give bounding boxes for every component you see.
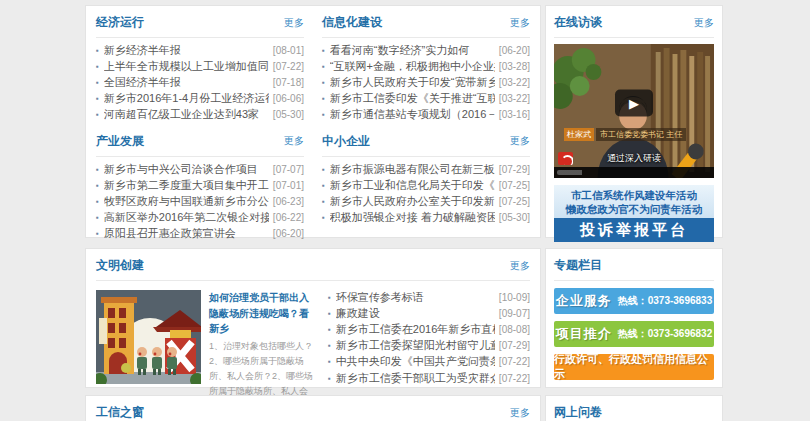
interview-video[interactable]: ▶ 杜家武 市工信委党委书记 主任 通过深入研读	[554, 44, 714, 178]
news-item-title[interactable]: 环保宣传参考标语	[336, 290, 495, 305]
news-item-title[interactable]: 新乡市通信基站专项规划（2016－2020）通过专家评	[330, 107, 495, 122]
news-item-title[interactable]: 新乡市人民政府关于印发“宽带新乡”行动计划	[330, 75, 495, 90]
news-item[interactable]: 新乡市人民政府办公室关于印发新乡市小额贷款公司风 [07-25]	[322, 193, 530, 209]
video-ticker-bar	[554, 167, 714, 178]
section-header-survey: 网上问卷	[554, 396, 714, 421]
more-link-civilization[interactable]: 更多	[510, 259, 530, 273]
news-item[interactable]: 新乡市2016年1-4月份工业经济运行情况 [06-06]	[96, 91, 304, 107]
news-item[interactable]: 全国经济半年报 [07-18]	[96, 74, 304, 90]
news-item-title[interactable]: 新乡市工信委在2016年新乡市直机关游泳比赛中获得好	[336, 322, 495, 337]
civilization-content: 如何治理党员干部出入隐蔽场所违规吃喝？看新乡 1、治理对象包括哪些人？2、哪些场…	[96, 281, 530, 401]
news-item-title[interactable]: 原阳县召开惠企政策宣讲会	[104, 226, 269, 241]
news-item[interactable]: 环保宣传参考标语 [10-09]	[328, 289, 530, 305]
news-item-date: [07-01]	[273, 180, 304, 191]
news-item-title[interactable]: 新乡市工信委印发《关于推进“互联网+制造业”的实	[330, 91, 495, 106]
news-item[interactable]: 新乡市工业和信息化局关于印发《2014年担保公司、小 [07-25]	[322, 177, 530, 193]
news-item[interactable]: 新乡市通信基站专项规划（2016－2020）通过专家评 [03-16]	[322, 107, 530, 123]
more-link-sme[interactable]: 更多	[510, 134, 530, 148]
more-link-economy[interactable]: 更多	[284, 16, 304, 30]
news-item-title[interactable]: 新乡市工信委探望阳光村留守儿童和孤儿	[336, 338, 495, 353]
news-item-title[interactable]: 全国经济半年报	[104, 75, 269, 90]
video-subtitle: 通过深入研读	[554, 152, 714, 165]
news-item-title[interactable]: 牧野区政府与中国联通新乡市分公司达成战略合作共识	[104, 194, 269, 209]
news-list-sme: 新乡市振源电器有限公司在新三板成功挂牌 [07-29] 新乡市工业和信息化局关于…	[322, 161, 530, 226]
banner-credit-disclosure[interactable]: 行政许可、行政处罚信用信息公示	[554, 354, 714, 380]
news-item-date: [06-06]	[273, 93, 304, 104]
news-item[interactable]: 廉政建设 [09-07]	[328, 305, 530, 321]
news-item-title[interactable]: 新乡市2016年1-4月份工业经济运行情况	[104, 91, 269, 106]
civilization-cartoon-thumbnail[interactable]	[96, 290, 201, 384]
news-item[interactable]: 河南超百亿级工业企业达到43家 [05-30]	[96, 107, 304, 123]
news-item-date: [07-25]	[499, 196, 530, 207]
more-link-informatization[interactable]: 更多	[510, 16, 530, 30]
topics-panel: 专题栏目 企业服务 热线：0373-3696833 项目推介 热线：0373-3…	[545, 248, 723, 388]
news-item-title[interactable]: 新乡经济半年报	[104, 43, 269, 58]
top-news-panel: 经济运行 更多 新乡经济半年报 [08-01] 上半年全市规模以上工业增加值同比…	[85, 5, 541, 238]
news-item-title[interactable]: 中共中央印发《中国共产党问责条例》	[336, 354, 495, 369]
news-item-date: [09-07]	[499, 308, 530, 319]
news-item[interactable]: 新乡市工信委印发《关于推进“互联网+制造业”的实 [03-22]	[322, 91, 530, 107]
news-item-date: [05-30]	[273, 109, 304, 120]
banner-credit-disclosure-label: 行政许可、行政处罚信用信息公示	[554, 352, 714, 382]
news-item-date: [08-08]	[499, 324, 530, 335]
news-item[interactable]: 新乡经济半年报 [08-01]	[96, 42, 304, 58]
section-title-survey: 网上问卷	[554, 404, 602, 421]
news-item[interactable]: 新乡市振源电器有限公司在新三板成功挂牌 [07-29]	[322, 161, 530, 177]
news-item-date: [07-29]	[499, 340, 530, 351]
banner-project-promotion-hotline: 热线：0373-3696832	[618, 327, 713, 341]
news-item[interactable]: 新乡市工信委干部职工为受灾群众捐款 [07-22]	[328, 370, 530, 386]
interview-panel: 在线访谈 更多 ▶	[545, 5, 723, 238]
industry-window-panel: 工信之窗 更多	[85, 395, 541, 421]
banner-enterprise-service[interactable]: 企业服务 热线：0373-3696833	[554, 288, 714, 314]
complaint-banner[interactable]: 市工信系统作风建设年活动 懒政怠政为官不为问责年活动 投诉举报平台	[554, 185, 714, 242]
news-item[interactable]: 看看河南“数字经济”实力如何 [06-20]	[322, 42, 530, 58]
section-header-industry: 产业发展 更多	[96, 125, 304, 157]
more-link-interview[interactable]: 更多	[694, 16, 714, 30]
news-item-title[interactable]: 新乡市人民政府办公室关于印发新乡市小额贷款公司风	[330, 194, 495, 209]
news-item-title[interactable]: 河南超百亿级工业企业达到43家	[104, 107, 269, 122]
section-title-economy: 经济运行	[96, 14, 144, 31]
news-item-title[interactable]: 新乡市工信委干部职工为受灾群众捐款	[336, 371, 495, 386]
news-item-date: [07-22]	[273, 61, 304, 72]
news-item-date: [06-22]	[273, 212, 304, 223]
featured-article-excerpt: 1、治理对象包括哪些人？2、哪些场所属于隐蔽场所、私人会所？2、哪些场所属于隐蔽…	[209, 339, 314, 401]
news-item-title[interactable]: 看看河南“数字经济”实力如何	[330, 43, 495, 58]
news-item[interactable]: “互联网+金融，积极拥抱中小企业共赢2016新契 [03-28]	[322, 58, 530, 74]
section-header-economy: 经济运行 更多	[96, 6, 304, 38]
play-button[interactable]: ▶	[615, 89, 653, 116]
featured-article-text: 如何治理党员干部出入隐蔽场所违规吃喝？看新乡 1、治理对象包括哪些人？2、哪些场…	[209, 290, 314, 401]
news-item-title[interactable]: 上半年全市规模以上工业增加值同比增长8.3%	[104, 59, 269, 74]
survey-panel: 网上问卷	[545, 395, 723, 421]
more-link-industry[interactable]: 更多	[284, 134, 304, 148]
more-link-window[interactable]: 更多	[510, 406, 530, 420]
banner-project-promotion[interactable]: 项目推介 热线：0373-3696832	[554, 321, 714, 347]
news-item[interactable]: 新乡市第二季度重大项目集中开工 [07-01]	[96, 177, 304, 193]
news-item[interactable]: 牧野区政府与中国联通新乡市分公司达成战略合作共识 [06-23]	[96, 193, 304, 209]
news-item[interactable]: 积极加强银企对接 着力破解融资困难 [05-30]	[322, 210, 530, 226]
news-item-title[interactable]: “互联网+金融，积极拥抱中小企业共赢2016新契	[330, 59, 495, 74]
news-item[interactable]: 新乡市工信委探望阳光村留守儿童和孤儿 [07-29]	[328, 338, 530, 354]
news-item-title[interactable]: 新乡市第二季度重大项目集中开工	[104, 178, 269, 193]
news-item-date: [07-18]	[273, 77, 304, 88]
news-item[interactable]: 新乡市人民政府关于印发“宽带新乡”行动计划 [03-22]	[322, 74, 530, 90]
news-item[interactable]: 新乡市工信委在2016年新乡市直机关游泳比赛中获得好 [08-08]	[328, 321, 530, 337]
news-item-title[interactable]: 积极加强银企对接 着力破解融资困难	[330, 210, 495, 225]
news-item[interactable]: 中共中央印发《中国共产党问责条例》 [07-22]	[328, 354, 530, 370]
news-item-date: [10-09]	[499, 292, 530, 303]
news-item-title[interactable]: 新乡市振源电器有限公司在新三板成功挂牌	[330, 162, 495, 177]
news-item[interactable]: 上半年全市规模以上工业增加值同比增长8.3% [07-22]	[96, 58, 304, 74]
news-item-title[interactable]: 高新区举办2016年第二次银企对接暨新三板培训会	[104, 210, 269, 225]
section-header-civilization: 文明创建 更多	[96, 249, 530, 281]
news-item-title[interactable]: 新乡市与中兴公司洽谈合作项目	[104, 162, 269, 177]
banner-project-promotion-label: 项目推介	[556, 325, 612, 343]
complaint-platform-button[interactable]: 投诉举报平台	[554, 218, 714, 242]
news-item[interactable]: 原阳县召开惠企政策宣讲会 [06-20]	[96, 226, 304, 242]
news-item-title[interactable]: 廉政建设	[336, 306, 495, 321]
section-header-informatization: 信息化建设 更多	[322, 6, 530, 38]
news-item[interactable]: 新乡市与中兴公司洽谈合作项目 [07-07]	[96, 161, 304, 177]
featured-article-title[interactable]: 如何治理党员干部出入隐蔽场所违规吃喝？看新乡	[209, 290, 314, 337]
news-item[interactable]: 高新区举办2016年第二次银企对接暨新三板培训会 [06-22]	[96, 210, 304, 226]
news-item-title[interactable]: 新乡市工业和信息化局关于印发《2014年担保公司、小	[330, 178, 495, 193]
section-header-interview: 在线访谈 更多	[554, 6, 714, 38]
featured-article[interactable]: 如何治理党员干部出入隐蔽场所违规吃喝？看新乡 1、治理对象包括哪些人？2、哪些场…	[96, 281, 314, 401]
